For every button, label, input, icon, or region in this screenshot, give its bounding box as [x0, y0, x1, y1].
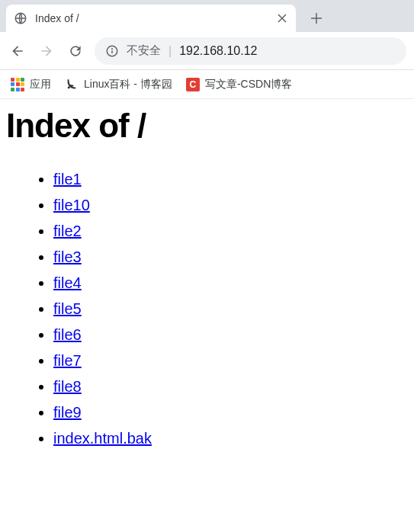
file-link[interactable]: file2: [53, 223, 82, 239]
apps-label: 应用: [30, 78, 51, 91]
url-text: 192.168.10.12: [179, 44, 257, 58]
list-item: file8: [53, 373, 408, 399]
list-item: file7: [53, 348, 408, 373]
tab-title: Index of /: [35, 12, 268, 24]
nav-bar: 不安全 | 192.168.10.12: [0, 32, 414, 70]
file-link[interactable]: file3: [53, 248, 82, 265]
file-link[interactable]: index.html.bak: [53, 430, 152, 447]
tab-bar: Index of /: [0, 0, 414, 32]
file-link[interactable]: file10: [53, 197, 90, 213]
list-item: file10: [53, 192, 408, 218]
file-link[interactable]: file9: [53, 404, 82, 421]
list-item: file9: [53, 399, 408, 425]
file-link[interactable]: file6: [53, 326, 82, 343]
file-list: file1file10file2file3file4file5file6file…: [6, 166, 408, 451]
not-secure-label: 不安全: [127, 43, 161, 58]
apps-icon: [11, 78, 24, 91]
file-link[interactable]: file7: [53, 352, 82, 369]
page-title: Index of /: [6, 107, 408, 145]
cnblogs-icon: [65, 78, 79, 91]
apps-bookmark[interactable]: 应用: [11, 78, 51, 91]
close-icon[interactable]: [276, 12, 288, 24]
info-icon: [105, 44, 119, 58]
browser-tab[interactable]: Index of /: [6, 5, 296, 32]
separator: |: [168, 44, 172, 58]
globe-icon: [14, 11, 27, 25]
bookmarks-bar: 应用 Linux百科 - 博客园 C 写文章-CSDN博客: [0, 70, 414, 99]
list-item: file2: [53, 218, 408, 244]
page-content: Index of / file1file10file2file3file4fil…: [0, 99, 414, 459]
bookmark-label: Linux百科 - 博客园: [84, 78, 172, 91]
file-link[interactable]: file4: [53, 274, 82, 291]
forward-button[interactable]: [37, 41, 56, 61]
list-item: file5: [53, 296, 408, 322]
file-link[interactable]: file8: [53, 378, 82, 395]
reload-button[interactable]: [66, 41, 85, 61]
bookmark-label: 写文章-CSDN博客: [205, 78, 292, 91]
csdn-icon: C: [186, 78, 200, 91]
bookmark-linux[interactable]: Linux百科 - 博客园: [65, 78, 172, 91]
file-link[interactable]: file5: [53, 300, 82, 317]
back-button[interactable]: [8, 41, 27, 61]
list-item: index.html.bak: [53, 425, 408, 451]
svg-point-4: [68, 86, 70, 88]
list-item: file6: [53, 322, 408, 348]
list-item: file1: [53, 166, 408, 192]
new-tab-button[interactable]: [305, 7, 328, 30]
bookmark-csdn[interactable]: C 写文章-CSDN博客: [186, 78, 292, 91]
list-item: file3: [53, 244, 408, 270]
address-bar[interactable]: 不安全 | 192.168.10.12: [95, 37, 406, 65]
svg-point-3: [112, 48, 113, 49]
list-item: file4: [53, 270, 408, 296]
file-link[interactable]: file1: [53, 171, 82, 187]
